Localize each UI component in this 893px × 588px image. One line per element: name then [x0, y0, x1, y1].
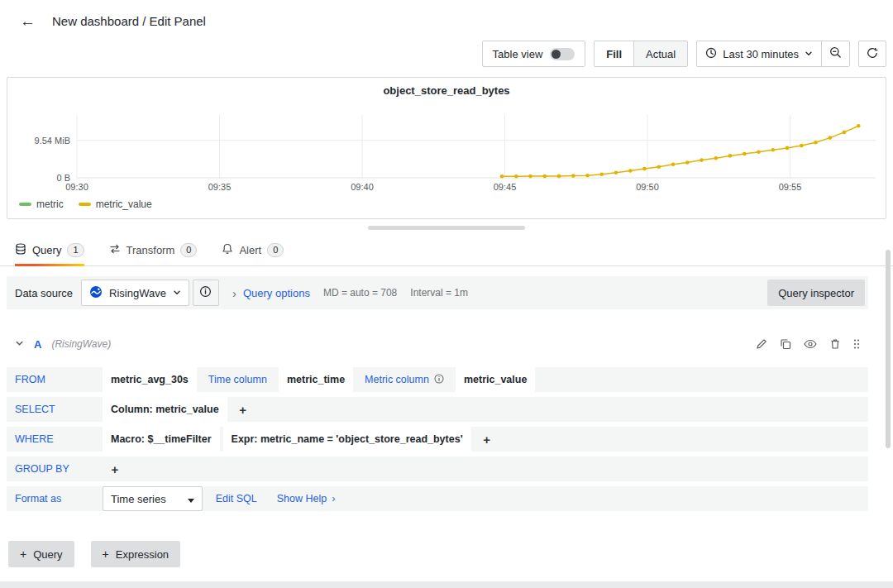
fill-button[interactable]: Fill: [595, 41, 634, 66]
svg-text:09:45: 09:45: [494, 182, 517, 192]
duplicate-icon[interactable]: [780, 338, 791, 350]
chart-panel: object_store_read_bytes 09:3009:3509:400…: [7, 77, 886, 219]
format-as-label: Format as: [15, 493, 103, 504]
drag-grip-icon[interactable]: [853, 338, 860, 350]
svg-text:09:40: 09:40: [351, 182, 374, 192]
where-row: WHERE Macro: $__timeFilter Expr: metric_…: [7, 427, 868, 452]
group-by-keyword: GROUP BY: [15, 463, 103, 475]
show-help-link[interactable]: Show Help ›: [269, 486, 344, 511]
tab-query[interactable]: Query 1: [15, 235, 84, 265]
select-column-segment[interactable]: Column: metric_value: [103, 397, 227, 422]
fill-actual-segment: Fill Actual: [594, 41, 688, 67]
tab-label: Alert: [239, 244, 261, 256]
datasource-row: Data source RisingWave › Query options M…: [7, 276, 868, 309]
add-query-button[interactable]: + Query: [8, 541, 74, 567]
format-select[interactable]: Time series: [103, 486, 203, 511]
select-row: SELECT Column: metric_value +: [7, 397, 868, 422]
chevron-right-icon: ›: [332, 493, 335, 504]
where-macro-segment[interactable]: Macro: $__timeFilter: [103, 427, 220, 452]
editor-tabs: Query 1 Transform 0 Alert 0: [0, 235, 893, 266]
panel-title[interactable]: object_store_read_bytes: [7, 78, 886, 98]
plus-icon: +: [103, 547, 109, 561]
max-data-points-text: MD = auto = 708: [323, 287, 397, 299]
from-row: FROM metric_avg_30s Time column metric_t…: [7, 367, 868, 392]
page-title: New dashboard / Edit Panel: [52, 14, 206, 28]
add-select-button[interactable]: +: [231, 397, 255, 422]
metric-column-info-icon[interactable]: [434, 374, 444, 386]
datasource-help-button[interactable]: [193, 280, 219, 306]
time-series-chart[interactable]: 09:3009:3509:4009:4509:5009:550 B9.54 Mi…: [7, 98, 884, 196]
tab-label: Query: [32, 244, 61, 256]
format-select-value: Time series: [111, 493, 166, 505]
chevron-down-icon: [173, 287, 181, 299]
legend-swatch-green: [19, 203, 31, 206]
datasource-picker[interactable]: RisingWave: [81, 280, 189, 306]
svg-text:09:55: 09:55: [779, 182, 802, 192]
time-column-segment[interactable]: metric_time: [279, 367, 353, 392]
caret-down-icon: [188, 493, 194, 505]
zoom-out-button[interactable]: [821, 41, 850, 67]
bell-icon: [222, 243, 233, 257]
zoom-out-icon: [829, 46, 842, 61]
time-controls: Last 30 minutes: [696, 41, 850, 67]
actual-button[interactable]: Actual: [634, 41, 687, 66]
legend-item-metric-value[interactable]: metric_value: [79, 198, 152, 210]
add-group-by-button[interactable]: +: [103, 457, 127, 481]
group-by-row: GROUP BY +: [7, 457, 868, 481]
query-inspector-button[interactable]: Query inspector: [767, 280, 865, 306]
from-table-segment[interactable]: metric_avg_30s: [103, 367, 197, 392]
svg-text:09:35: 09:35: [208, 182, 232, 192]
query-datasource-hint: (RisingWave): [51, 338, 111, 350]
query-options-toggle[interactable]: › Query options: [232, 287, 310, 299]
header: ← New dashboard / Edit Panel: [0, 0, 893, 36]
collapse-chevron-icon[interactable]: [15, 338, 24, 351]
trash-icon[interactable]: [829, 338, 841, 350]
metric-column-segment[interactable]: metric_value: [456, 367, 535, 392]
svg-text:09:30: 09:30: [65, 182, 88, 192]
toggle-knob: [552, 50, 561, 59]
svg-text:9.54 MiB: 9.54 MiB: [35, 136, 70, 146]
legend-item-metric[interactable]: metric: [19, 198, 64, 210]
query-editor-header: A (RisingWave): [7, 329, 868, 359]
where-keyword: WHERE: [15, 433, 103, 445]
datasource-name: RisingWave: [109, 287, 166, 299]
add-where-button[interactable]: +: [475, 427, 499, 452]
panel-resize-handle[interactable]: [368, 226, 525, 230]
eye-icon[interactable]: [804, 339, 817, 349]
panel-toolbar: Table view Fill Actual Last 30 minutes: [0, 36, 893, 77]
back-arrow-icon[interactable]: ←: [20, 13, 36, 29]
table-view-label: Table view: [493, 48, 543, 60]
database-icon: [15, 243, 26, 257]
plus-icon: +: [20, 547, 26, 561]
chevron-right-icon: ›: [232, 287, 236, 299]
format-as-row: Format as Time series Edit SQL Show Help…: [7, 486, 868, 511]
tab-count-badge: 1: [67, 243, 84, 257]
risingwave-logo-icon: [89, 285, 103, 301]
query-options-label: Query options: [243, 287, 310, 299]
interval-text: Interval = 1m: [410, 287, 468, 299]
from-keyword: FROM: [15, 374, 103, 385]
edit-pencil-icon[interactable]: [756, 338, 767, 350]
where-expr-segment[interactable]: Expr: metric_name = 'object_store_read_b…: [223, 427, 471, 452]
query-ref-id: A: [34, 338, 41, 351]
edit-sql-link[interactable]: Edit SQL: [208, 486, 265, 511]
vertical-scrollbar[interactable]: [886, 250, 891, 448]
tab-transform[interactable]: Transform 0: [109, 235, 198, 265]
time-range-picker[interactable]: Last 30 minutes: [696, 41, 822, 67]
refresh-button[interactable]: [858, 41, 886, 67]
table-view-control[interactable]: Table view: [482, 41, 586, 67]
time-range-label: Last 30 minutes: [723, 48, 799, 60]
refresh-icon: [867, 47, 878, 61]
tab-count-badge: 0: [180, 243, 197, 257]
tab-alert[interactable]: Alert 0: [222, 235, 284, 265]
transform-icon: [109, 243, 121, 257]
svg-text:0 B: 0 B: [56, 173, 70, 183]
chart-legend: metric metric_value: [7, 196, 886, 213]
info-circle-icon: [199, 285, 212, 300]
table-view-toggle[interactable]: [550, 48, 575, 60]
metric-column-label: Metric column: [356, 367, 452, 392]
add-expression-button[interactable]: + Expression: [91, 541, 181, 567]
chevron-down-icon: [805, 48, 813, 60]
time-column-label: Time column: [200, 367, 275, 392]
legend-label: metric: [36, 198, 64, 210]
